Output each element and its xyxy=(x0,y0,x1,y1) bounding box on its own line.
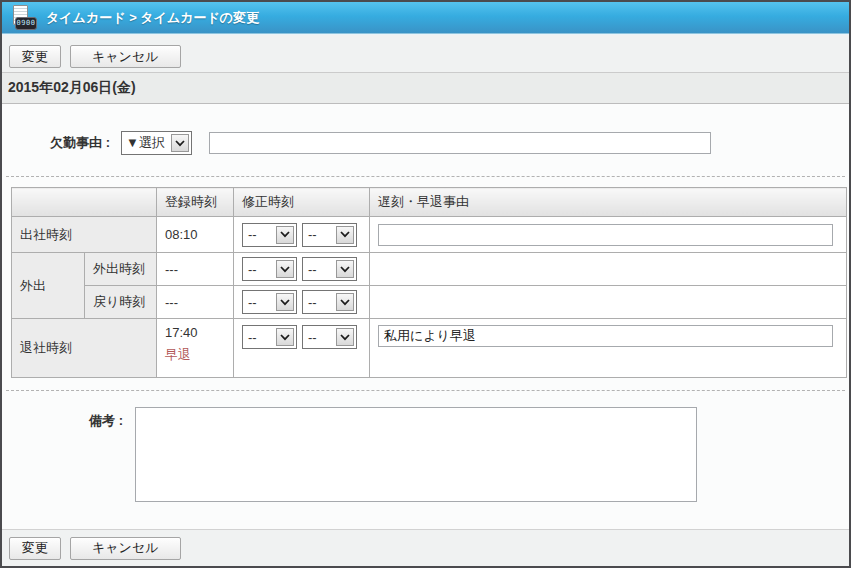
cancel-button-bottom[interactable]: キャンセル xyxy=(70,537,181,560)
change-button-top[interactable]: 変更 xyxy=(9,45,61,68)
header-late-early-reason: 遅刻・早退事由 xyxy=(370,188,847,217)
change-button-bottom[interactable]: 変更 xyxy=(9,537,61,560)
return-reason-cell xyxy=(370,286,847,319)
cancel-button-top[interactable]: キャンセル xyxy=(70,45,181,68)
chevron-down-icon xyxy=(171,134,189,152)
departure-hour-select[interactable]: -- xyxy=(242,325,297,349)
departure-minute-select[interactable]: -- xyxy=(302,325,357,349)
return-label: 戻り時刻 xyxy=(85,286,157,319)
outing-registered-time: --- xyxy=(157,253,234,286)
outing-hour-select[interactable]: -- xyxy=(242,257,297,281)
chevron-down-icon xyxy=(336,328,354,346)
outing-hour-value: -- xyxy=(243,262,274,277)
arrival-registered-time: 08:10 xyxy=(157,217,234,253)
remarks-row: 備考 : xyxy=(2,407,849,502)
timecard-icon: 0900 xyxy=(10,5,37,30)
outing-row: 外出 外出時刻 --- -- -- xyxy=(12,253,847,286)
chevron-down-icon xyxy=(276,260,294,278)
return-hour-value: -- xyxy=(243,295,274,310)
timecard-stamp-glyph: 0900 xyxy=(15,17,37,30)
bottom-toolbar: 変更 キャンセル xyxy=(2,529,849,566)
breadcrumb: タイムカード > タイムカードの変更 xyxy=(46,9,259,27)
outing-reason-cell xyxy=(370,253,847,286)
remarks-label: 備考 : xyxy=(2,407,127,430)
timecard-table: 登録時刻 修正時刻 遅刻・早退事由 出社時刻 08:10 -- -- xyxy=(11,187,847,378)
return-row: 戻り時刻 --- -- -- xyxy=(12,286,847,319)
outing-label: 外出時刻 xyxy=(85,253,157,286)
header-registered-time: 登録時刻 xyxy=(157,188,234,217)
arrival-hour-select[interactable]: -- xyxy=(242,223,297,247)
absence-reason-label: 欠勤事由 : xyxy=(2,134,114,152)
arrival-minute-select[interactable]: -- xyxy=(302,223,357,247)
remarks-textarea[interactable] xyxy=(135,407,697,502)
departure-minute-value: -- xyxy=(303,330,334,345)
table-header-row: 登録時刻 修正時刻 遅刻・早退事由 xyxy=(12,188,847,217)
separator-dashed-bottom xyxy=(6,390,845,391)
return-minute-value: -- xyxy=(303,295,334,310)
departure-row: 退社時刻 17:40 早退 -- -- xyxy=(12,319,847,378)
form-content: 欠勤事由 : ▼選択 登録時刻 修正時刻 遅刻・早退事由 xyxy=(2,104,849,529)
top-toolbar: 変更 キャンセル xyxy=(2,34,849,72)
early-leave-flag: 早退 xyxy=(165,346,225,364)
return-registered-time: --- xyxy=(157,286,234,319)
arrival-hour-value: -- xyxy=(243,227,274,242)
chevron-down-icon xyxy=(276,293,294,311)
return-minute-select[interactable]: -- xyxy=(302,290,357,314)
outing-minute-value: -- xyxy=(303,262,334,277)
absence-reason-select[interactable]: ▼選択 xyxy=(121,131,192,155)
app-window: 0900 タイムカード > タイムカードの変更 変更 キャンセル 2015年02… xyxy=(0,0,851,568)
chevron-down-icon xyxy=(336,293,354,311)
departure-registered-time: 17:40 xyxy=(165,325,225,340)
departure-hour-value: -- xyxy=(243,330,274,345)
app-header: 0900 タイムカード > タイムカードの変更 xyxy=(2,2,849,34)
header-corrected-time: 修正時刻 xyxy=(234,188,370,217)
absence-reason-row: 欠勤事由 : ▼選択 xyxy=(2,131,849,155)
departure-registered-cell: 17:40 早退 xyxy=(157,319,234,378)
departure-label: 退社時刻 xyxy=(12,319,157,378)
outing-group-label: 外出 xyxy=(12,253,85,319)
header-empty-cell xyxy=(12,188,157,217)
departure-reason-input[interactable] xyxy=(378,325,833,347)
outing-minute-select[interactable]: -- xyxy=(302,257,357,281)
chevron-down-icon xyxy=(276,328,294,346)
absence-select-value: ▼選択 xyxy=(122,134,169,152)
arrival-reason-input[interactable] xyxy=(378,224,833,246)
arrival-minute-value: -- xyxy=(303,227,334,242)
absence-reason-input[interactable] xyxy=(209,132,711,154)
date-heading: 2015年02月06日(金) xyxy=(2,72,849,104)
separator-dashed-top xyxy=(6,176,845,177)
chevron-down-icon xyxy=(276,226,294,244)
chevron-down-icon xyxy=(336,260,354,278)
chevron-down-icon xyxy=(336,226,354,244)
arrival-label: 出社時刻 xyxy=(12,217,157,253)
return-hour-select[interactable]: -- xyxy=(242,290,297,314)
arrival-row: 出社時刻 08:10 -- -- xyxy=(12,217,847,253)
